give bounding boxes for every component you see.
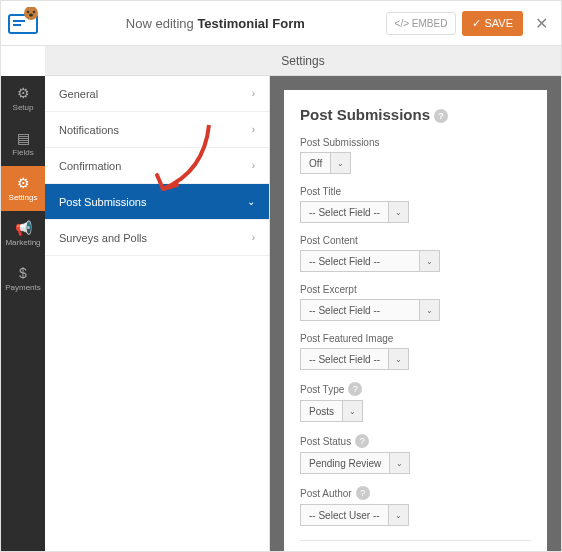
field-select[interactable]: -- Select Field --⌄ bbox=[300, 250, 440, 272]
menu-item-confirmation[interactable]: Confirmation› bbox=[45, 148, 269, 184]
field-label: Post Excerpt bbox=[300, 284, 531, 295]
field-label: Post Content bbox=[300, 235, 531, 246]
sidebar-item-settings[interactable]: ⚙Settings bbox=[1, 166, 45, 211]
chevron-down-icon: ⌄ bbox=[343, 400, 363, 422]
field-select[interactable]: -- Select Field --⌄ bbox=[300, 299, 440, 321]
field-row: Post Status?Pending Review⌄ bbox=[300, 434, 531, 474]
field-select[interactable]: Posts⌄ bbox=[300, 400, 363, 422]
sidebar-item-setup[interactable]: ⚙Setup bbox=[1, 76, 45, 121]
field-label: Post Status? bbox=[300, 434, 531, 448]
help-icon[interactable]: ? bbox=[355, 434, 369, 448]
sidebar-item-fields[interactable]: ▤Fields bbox=[1, 121, 45, 166]
page-title: Now editing Testimonial Form bbox=[45, 16, 386, 31]
menu-item-post-submissions[interactable]: Post Submissions⌄ bbox=[45, 184, 269, 220]
chevron-down-icon: ⌄ bbox=[389, 201, 409, 223]
field-select[interactable]: -- Select Field --⌄ bbox=[300, 348, 409, 370]
close-icon[interactable]: ✕ bbox=[529, 14, 553, 33]
chevron-down-icon: ⌄ bbox=[389, 504, 409, 526]
field-row: Post Excerpt-- Select Field --⌄ bbox=[300, 284, 531, 321]
field-label: Post Submissions bbox=[300, 137, 531, 148]
field-row: Post SubmissionsOff⌄ bbox=[300, 137, 531, 174]
field-row: Post Author?-- Select User --⌄ bbox=[300, 486, 531, 526]
svg-point-6 bbox=[29, 14, 33, 17]
field-label: Post Featured Image bbox=[300, 333, 531, 344]
subheader: Settings bbox=[45, 46, 561, 76]
panel-area: Post Submissions? Post SubmissionsOff⌄Po… bbox=[270, 76, 561, 551]
chevron-down-icon: ⌄ bbox=[420, 250, 440, 272]
settings-menu: General› Notifications› Confirmation› Po… bbox=[45, 76, 270, 551]
dollar-icon: $ bbox=[19, 265, 27, 281]
chevron-right-icon: › bbox=[252, 160, 255, 171]
field-select[interactable]: -- Select User --⌄ bbox=[300, 504, 409, 526]
logo bbox=[1, 1, 45, 46]
help-icon[interactable]: ? bbox=[348, 382, 362, 396]
field-row: Post Featured Image-- Select Field --⌄ bbox=[300, 333, 531, 370]
field-select[interactable]: Pending Review⌄ bbox=[300, 452, 410, 474]
chevron-down-icon: ⌄ bbox=[331, 152, 351, 174]
menu-item-notifications[interactable]: Notifications› bbox=[45, 112, 269, 148]
chevron-down-icon: ⌄ bbox=[247, 196, 255, 207]
field-select[interactable]: -- Select Field --⌄ bbox=[300, 201, 409, 223]
field-label: Post Title bbox=[300, 186, 531, 197]
chevron-down-icon: ⌄ bbox=[389, 348, 409, 370]
bullhorn-icon: 📢 bbox=[15, 220, 32, 236]
chevron-down-icon: ⌄ bbox=[390, 452, 410, 474]
field-label: Post Author? bbox=[300, 486, 531, 500]
field-row: Post Content-- Select Field --⌄ bbox=[300, 235, 531, 272]
field-row: Post Title-- Select Field --⌄ bbox=[300, 186, 531, 223]
menu-item-surveys-polls[interactable]: Surveys and Polls› bbox=[45, 220, 269, 256]
panel-title: Post Submissions? bbox=[300, 106, 531, 123]
save-button[interactable]: ✓ SAVE bbox=[462, 11, 523, 36]
list-icon: ▤ bbox=[17, 130, 30, 146]
divider bbox=[300, 540, 531, 541]
sidebar-item-marketing[interactable]: 📢Marketing bbox=[1, 211, 45, 256]
field-select[interactable]: Off⌄ bbox=[300, 152, 351, 174]
chevron-right-icon: › bbox=[252, 124, 255, 135]
chevron-right-icon: › bbox=[252, 232, 255, 243]
chevron-down-icon: ⌄ bbox=[420, 299, 440, 321]
svg-point-5 bbox=[33, 11, 35, 13]
field-row: Post Type?Posts⌄ bbox=[300, 382, 531, 422]
sliders-icon: ⚙ bbox=[17, 175, 30, 191]
svg-point-4 bbox=[27, 11, 29, 13]
help-icon[interactable]: ? bbox=[434, 109, 448, 123]
menu-item-general[interactable]: General› bbox=[45, 76, 269, 112]
field-label: Post Type? bbox=[300, 382, 531, 396]
header: Now editing Testimonial Form </> EMBED ✓… bbox=[1, 1, 561, 46]
embed-button[interactable]: </> EMBED bbox=[386, 12, 457, 35]
sidebar: ⚙Setup ▤Fields ⚙Settings 📢Marketing $Pay… bbox=[1, 76, 45, 551]
sidebar-item-payments[interactable]: $Payments bbox=[1, 256, 45, 301]
gear-icon: ⚙ bbox=[17, 85, 30, 101]
chevron-right-icon: › bbox=[252, 88, 255, 99]
help-icon[interactable]: ? bbox=[356, 486, 370, 500]
